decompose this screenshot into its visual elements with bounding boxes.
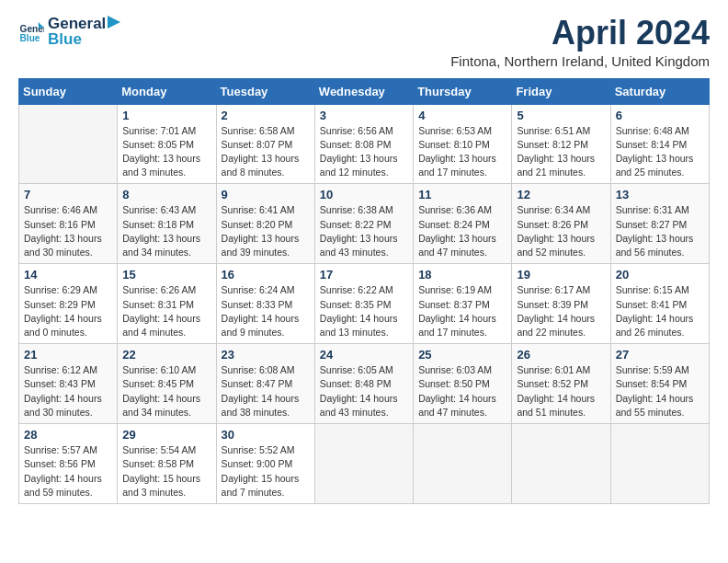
table-row: 7Sunrise: 6:46 AMSunset: 8:16 PMDaylight… [19,184,118,264]
day-number: 15 [122,268,210,282]
day-detail: Sunrise: 5:52 AMSunset: 9:00 PMDaylight:… [222,443,310,500]
table-row [414,424,512,504]
day-detail: Sunrise: 6:17 AMSunset: 8:39 PMDaylight:… [517,283,605,339]
day-detail: Sunrise: 6:05 AMSunset: 8:48 PMDaylight:… [320,363,408,419]
day-detail: Sunrise: 6:26 AMSunset: 8:31 PMDaylight:… [122,283,210,339]
table-row: 18Sunrise: 6:19 AMSunset: 8:37 PMDayligh… [414,264,512,344]
day-detail: Sunrise: 6:19 AMSunset: 8:37 PMDaylight:… [418,283,506,339]
day-detail: Sunrise: 6:01 AMSunset: 8:52 PMDaylight:… [517,363,605,419]
table-row: 29Sunrise: 5:54 AMSunset: 8:58 PMDayligh… [118,424,216,504]
day-detail: Sunrise: 6:43 AMSunset: 8:18 PMDaylight:… [122,203,210,259]
col-thursday: Thursday [414,78,512,104]
day-detail: Sunrise: 6:34 AMSunset: 8:26 PMDaylight:… [517,203,605,259]
table-row: 26Sunrise: 6:01 AMSunset: 8:52 PMDayligh… [512,344,610,424]
table-row [512,424,610,504]
day-number: 3 [320,109,408,122]
day-number: 2 [222,109,310,122]
day-detail: Sunrise: 6:48 AMSunset: 8:14 PMDaylight:… [616,124,704,180]
day-number: 29 [122,428,210,442]
day-detail: Sunrise: 6:38 AMSunset: 8:22 PMDaylight:… [320,203,408,259]
table-row: 5Sunrise: 6:51 AMSunset: 8:12 PMDaylight… [512,104,610,184]
week-row-4: 21Sunrise: 6:12 AMSunset: 8:43 PMDayligh… [19,344,710,424]
table-row: 6Sunrise: 6:48 AMSunset: 8:14 PMDaylight… [610,104,709,184]
col-tuesday: Tuesday [216,78,314,104]
table-row: 4Sunrise: 6:53 AMSunset: 8:10 PMDaylight… [414,104,512,184]
day-number: 17 [320,268,408,282]
day-number: 25 [418,348,506,362]
page: General Blue General Blue April 2024 Fin… [0,0,728,563]
table-row [314,424,413,504]
day-number: 1 [122,109,210,122]
table-row: 24Sunrise: 6:05 AMSunset: 8:48 PMDayligh… [314,344,413,424]
day-number: 7 [24,188,112,201]
week-row-5: 28Sunrise: 5:57 AMSunset: 8:56 PMDayligh… [19,424,710,504]
day-detail: Sunrise: 6:24 AMSunset: 8:33 PMDaylight:… [222,283,310,339]
day-detail: Sunrise: 6:46 AMSunset: 8:16 PMDaylight:… [24,203,112,259]
table-row: 28Sunrise: 5:57 AMSunset: 8:56 PMDayligh… [19,424,118,504]
table-row: 14Sunrise: 6:29 AMSunset: 8:29 PMDayligh… [19,264,118,344]
col-saturday: Saturday [610,78,709,104]
day-number: 24 [320,348,408,362]
calendar-table: Sunday Monday Tuesday Wednesday Thursday… [18,78,710,504]
day-detail: Sunrise: 6:29 AMSunset: 8:29 PMDaylight:… [24,283,112,339]
table-row: 22Sunrise: 6:10 AMSunset: 8:45 PMDayligh… [118,344,216,424]
day-number: 12 [517,188,605,201]
day-detail: Sunrise: 6:10 AMSunset: 8:45 PMDaylight:… [122,363,210,419]
logo: General Blue General Blue [18,15,120,49]
table-row: 16Sunrise: 6:24 AMSunset: 8:33 PMDayligh… [216,264,314,344]
table-row: 17Sunrise: 6:22 AMSunset: 8:35 PMDayligh… [314,264,413,344]
day-number: 4 [418,109,506,122]
table-row: 10Sunrise: 6:38 AMSunset: 8:22 PMDayligh… [314,184,413,264]
day-number: 13 [616,188,704,201]
day-detail: Sunrise: 6:56 AMSunset: 8:08 PMDaylight:… [320,124,408,180]
day-number: 26 [517,348,605,362]
table-row: 3Sunrise: 6:56 AMSunset: 8:08 PMDaylight… [314,104,413,184]
day-number: 20 [616,268,704,282]
day-number: 22 [122,348,210,362]
day-detail: Sunrise: 6:22 AMSunset: 8:35 PMDaylight:… [320,283,408,339]
logo-arrow [108,16,120,29]
day-number: 28 [24,428,112,442]
title-block: April 2024 Fintona, Northern Ireland, Un… [450,15,710,69]
header-row: Sunday Monday Tuesday Wednesday Thursday… [19,78,710,104]
day-number: 23 [222,348,310,362]
day-detail: Sunrise: 6:41 AMSunset: 8:20 PMDaylight:… [222,203,310,259]
day-detail: Sunrise: 6:51 AMSunset: 8:12 PMDaylight:… [517,124,605,180]
table-row: 12Sunrise: 6:34 AMSunset: 8:26 PMDayligh… [512,184,610,264]
day-number: 11 [418,188,506,201]
day-number: 9 [222,188,310,201]
day-number: 5 [517,109,605,122]
col-friday: Friday [512,78,610,104]
table-row [610,424,709,504]
day-detail: Sunrise: 6:36 AMSunset: 8:24 PMDaylight:… [418,203,506,259]
svg-marker-4 [108,16,120,29]
table-row: 25Sunrise: 6:03 AMSunset: 8:50 PMDayligh… [414,344,512,424]
table-row: 11Sunrise: 6:36 AMSunset: 8:24 PMDayligh… [414,184,512,264]
day-number: 10 [320,188,408,201]
table-row: 15Sunrise: 6:26 AMSunset: 8:31 PMDayligh… [118,264,216,344]
day-detail: Sunrise: 6:15 AMSunset: 8:41 PMDaylight:… [616,283,704,339]
day-number: 30 [222,428,310,442]
day-number: 21 [24,348,112,362]
day-detail: Sunrise: 7:01 AMSunset: 8:05 PMDaylight:… [122,124,210,180]
day-number: 6 [616,109,704,122]
col-wednesday: Wednesday [314,78,413,104]
col-sunday: Sunday [19,78,118,104]
logo-blue: Blue [48,30,120,49]
day-detail: Sunrise: 5:57 AMSunset: 8:56 PMDaylight:… [24,443,112,500]
day-number: 16 [222,268,310,282]
day-detail: Sunrise: 6:58 AMSunset: 8:07 PMDaylight:… [222,124,310,180]
day-detail: Sunrise: 6:12 AMSunset: 8:43 PMDaylight:… [24,363,112,419]
table-row: 21Sunrise: 6:12 AMSunset: 8:43 PMDayligh… [19,344,118,424]
week-row-3: 14Sunrise: 6:29 AMSunset: 8:29 PMDayligh… [19,264,710,344]
table-row: 30Sunrise: 5:52 AMSunset: 9:00 PMDayligh… [216,424,314,504]
svg-text:Blue: Blue [20,33,40,43]
day-number: 18 [418,268,506,282]
day-detail: Sunrise: 6:53 AMSunset: 8:10 PMDaylight:… [418,124,506,180]
week-row-2: 7Sunrise: 6:46 AMSunset: 8:16 PMDaylight… [19,184,710,264]
table-row: 23Sunrise: 6:08 AMSunset: 8:47 PMDayligh… [216,344,314,424]
table-row: 2Sunrise: 6:58 AMSunset: 8:07 PMDaylight… [216,104,314,184]
main-title: April 2024 [450,15,710,52]
col-monday: Monday [118,78,216,104]
header: General Blue General Blue April 2024 Fin… [18,15,710,69]
